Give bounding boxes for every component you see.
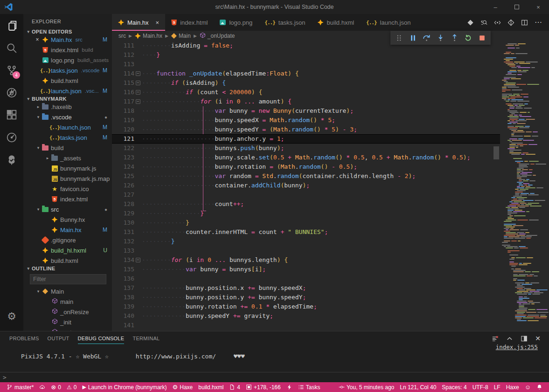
current-code-line[interactable]: 121····················bunny.anchor.y = … (112, 134, 500, 144)
close-editor-icon[interactable]: × (34, 36, 41, 43)
status-notifications[interactable] (534, 384, 545, 390)
outline-item-main[interactable]: main (23, 296, 112, 307)
tree-item-src[interactable]: ▾src● (23, 204, 112, 214)
tree-item-tasks-json[interactable]: {..}tasks.jsonM (23, 132, 112, 143)
code-line[interactable]: 115−········if (isAdding) { (112, 78, 500, 88)
tree-item-favicon-ico[interactable]: ★favicon.ico (23, 184, 112, 194)
fold-marker-icon[interactable]: − (134, 78, 142, 88)
code-line[interactable]: 125····················var random = Std.… (112, 172, 500, 181)
tree-item-launch-json[interactable]: {..}launch.jsonM (23, 122, 112, 132)
code-line[interactable]: 119····················bunny.speedX = Ma… (112, 116, 500, 125)
activity-search-icon[interactable] (0, 37, 23, 59)
tree-item-build-hl-hxml[interactable]: build_hl.hxmlU (23, 245, 112, 255)
status-errors[interactable]: ⊗0 (48, 382, 64, 392)
outline-item-main[interactable]: ▾Main (23, 286, 112, 296)
open-editor-item[interactable]: {..}launch.json.vsc...M (23, 86, 112, 96)
minimize-icon[interactable]: – (485, 0, 506, 14)
outline-item--onresize[interactable]: _onResize (23, 307, 112, 317)
code-line[interactable]: 137············bunny.position.x += bunny… (112, 283, 500, 293)
panel-tab-output[interactable]: OUTPUT (44, 331, 73, 345)
status-tasks[interactable]: Tasks (295, 382, 323, 392)
manage-gear-icon[interactable]: ⚙ (0, 306, 23, 327)
fold-marker-icon[interactable]: − (134, 97, 142, 106)
breadcrumb-item[interactable]: _onUpdate (200, 32, 235, 40)
status-open-count[interactable]: 4 (226, 382, 243, 392)
code-line[interactable]: 126····················container.addChil… (112, 181, 500, 190)
tree-item--gitignore[interactable]: .gitignore (23, 235, 112, 245)
panel-tab-terminal[interactable]: TERMINAL (129, 331, 163, 345)
outline-item--setup[interactable]: ▸_setup (23, 327, 112, 331)
open-editor-item[interactable]: {..}tasks.json.vscodeM (23, 65, 112, 76)
breadcrumb-item[interactable]: src (118, 33, 126, 39)
status-cursor-position[interactable]: Ln 121, Col 40 (397, 384, 439, 391)
maximize-panel-chevron-icon[interactable] (506, 335, 513, 342)
outline-header[interactable]: ▾OUTLINE (23, 266, 112, 271)
code-line[interactable]: 127 (112, 190, 500, 199)
open-editors-header[interactable]: ▾OPEN EDITORS (23, 29, 112, 34)
panel-layout-icon[interactable] (521, 335, 528, 342)
panel-tab-problems[interactable]: PROBLEMS (6, 331, 43, 345)
code-line[interactable]: 134−········for (i in 0 ... bunnys.lengt… (112, 255, 500, 265)
outline-item--init[interactable]: _init (23, 317, 112, 327)
console-input[interactable]: > (0, 372, 549, 382)
maximize-icon[interactable] (506, 0, 528, 14)
open-changes-icon[interactable] (467, 19, 474, 26)
search-editor-icon[interactable] (480, 19, 487, 26)
close-tab-icon[interactable]: × (156, 19, 160, 26)
console-source-link[interactable]: index.js:255 (496, 344, 538, 351)
project-header[interactable]: ▾BUNNYMARK (23, 96, 112, 102)
code-line[interactable]: 140············bunny.speedY += gravity; (112, 311, 500, 321)
status-eol[interactable]: LF (491, 384, 503, 391)
code-line[interactable]: 132········} (112, 237, 500, 246)
toggle-preview-icon[interactable] (494, 19, 501, 26)
panel-tab-debug-console[interactable]: DEBUG CONSOLE (74, 331, 128, 345)
code-line[interactable]: 117−················for (i in 0 ... amou… (112, 97, 500, 106)
tree-item-build-hxml[interactable]: build.hxml (23, 255, 112, 266)
code-line[interactable]: 139············bunny.rotation += 0.1 * e… (112, 302, 500, 311)
activity-extensions-icon[interactable] (0, 104, 23, 126)
debug-step-over-icon[interactable] (421, 32, 432, 43)
debug-pause-icon[interactable] (407, 32, 418, 43)
breadcrumb-item[interactable]: Main (171, 33, 191, 39)
code-line[interactable]: 118····················var bunny = new B… (112, 106, 500, 116)
code-line[interactable]: 113 (112, 60, 500, 69)
minimap[interactable] (500, 41, 549, 331)
status-haxe-config[interactable]: ⚙Haxe (170, 382, 196, 392)
tree-item-bunnymark-js-map[interactable]: JSbunnymark.js.map (23, 173, 112, 184)
fold-marker-icon[interactable]: − (134, 255, 142, 265)
debug-grip-icon[interactable] (394, 32, 405, 43)
tab-tasks-json[interactable]: {..}tasks.json (258, 14, 311, 31)
debug-console[interactable]: index.js:255 PixiJS 4.7.1 - ☆ WebGL ☆ ht… (0, 345, 549, 382)
code-line[interactable]: 138············bunny.position.y += bunny… (112, 293, 500, 302)
tree-item-bunny-hx[interactable]: Bunny.hx (23, 214, 112, 225)
code-line[interactable]: 129················} (112, 209, 500, 218)
code-line[interactable]: 135············var bunny = bunnys[i]; (112, 265, 500, 274)
outline-filter-input[interactable] (30, 274, 106, 284)
compare-changes-icon[interactable] (507, 19, 514, 26)
open-editor-item[interactable]: ×Main.hxsrcM (23, 34, 112, 45)
code-line[interactable]: 124····················bunny.rotation = … (112, 162, 500, 172)
open-editor-item[interactable]: logo.pngbuild\_assets (23, 55, 112, 65)
debug-step-out-icon[interactable] (449, 32, 460, 43)
activity-test-explorer-icon[interactable] (0, 149, 23, 171)
tree-item-index-html[interactable]: 5index.html (23, 194, 112, 204)
code-line[interactable]: 116−············if (count < 200000) { (112, 88, 500, 97)
status-build-file[interactable]: build.hxml (195, 382, 226, 392)
status-indentation[interactable]: Spaces: 4 (439, 384, 469, 391)
fold-marker-icon[interactable]: − (134, 88, 142, 97)
tab-build-hxml[interactable]: build.hxml (312, 14, 361, 31)
code-line[interactable]: 123····················bunny.scale.set(0… (112, 153, 500, 162)
activity-source-control-icon[interactable]: 4 (0, 60, 23, 81)
status-feedback[interactable]: ☺ (522, 384, 534, 390)
tree-item--assets[interactable]: ▸_assets (23, 153, 112, 163)
tab-main-hx[interactable]: Main.hx× (112, 14, 165, 31)
status-diff-stat[interactable]: +178, -166 (243, 382, 284, 392)
breadcrumb-item[interactable]: Main.hx (135, 33, 162, 39)
status-launch[interactable]: ▶Launch in Chrome (bunnymark) (79, 382, 169, 392)
code-line[interactable]: 120····················bunny.speedY = (M… (112, 125, 500, 134)
code-line[interactable]: 130············} (112, 218, 500, 227)
console-url[interactable]: http://www.pixijs.com/ (136, 353, 216, 360)
code-line[interactable]: 114−····function _onUpdate(elapsedTime:F… (112, 69, 500, 78)
code-editor[interactable]: 111········isAdding = false;112····}1131… (112, 41, 500, 331)
code-line[interactable]: 128····················count++; (112, 199, 500, 209)
